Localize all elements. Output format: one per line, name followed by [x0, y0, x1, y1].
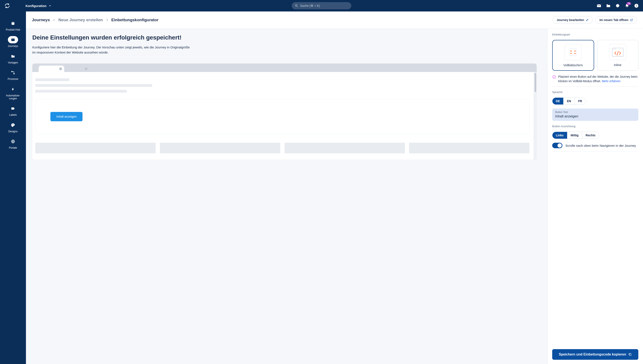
sidebar-item-label: Journeys — [8, 44, 18, 48]
inline-icon-box — [609, 44, 626, 60]
page-header: Journeys Neue Journey erstellen Einbettu… — [26, 12, 643, 29]
folder-button[interactable] — [606, 4, 611, 8]
pencil-icon — [586, 18, 589, 22]
inline-code-icon — [611, 47, 624, 57]
button-text-field[interactable]: Button Text Inhalt anzeigen — [552, 108, 638, 121]
svg-rect-15 — [570, 49, 577, 56]
svg-rect-8 — [12, 39, 15, 39]
skeleton-block — [160, 143, 280, 153]
sidebar-item-portale[interactable]: Portale — [0, 137, 26, 150]
skeleton-line — [35, 90, 127, 92]
embed-type-label-fullscreen: Vollbildschirm — [563, 63, 583, 67]
tab-close-icon — [59, 67, 62, 70]
sidebar-item-produkt-hub[interactable]: Produkt-Hub — [0, 19, 26, 32]
scroll-toggle-row: Scrolle nach oben beim Navigieren in der… — [552, 143, 638, 152]
fullscreen-icon-box — [565, 44, 581, 60]
palette-icon — [11, 123, 15, 127]
logo[interactable] — [4, 3, 26, 9]
svg-rect-6 — [12, 22, 14, 23]
settings-button[interactable] — [615, 4, 620, 8]
folder-icon — [11, 54, 15, 58]
sidebar-item-designs[interactable]: Designs — [0, 121, 26, 134]
svg-rect-9 — [12, 71, 13, 72]
topbar-actions: 74 — [597, 4, 639, 8]
sidebar-item-label: Labels — [9, 114, 17, 116]
skeleton-block — [285, 143, 405, 153]
notification-badge: 74 — [627, 2, 631, 5]
main: Journeys Neue Journey erstellen Einbettu… — [26, 0, 643, 364]
lang-fr[interactable]: FR — [575, 98, 586, 104]
svg-point-13 — [14, 124, 14, 125]
open-new-tab-button[interactable]: Im neuen Tab öffnen — [595, 16, 637, 24]
search-placeholder: Suche (⌘ + K) — [300, 4, 320, 8]
edit-journey-label: Journey bearbeiten — [557, 18, 584, 22]
layout-icon — [11, 38, 15, 42]
config-label: Konfiguration — [26, 4, 46, 8]
breadcrumb: Journeys Neue Journey erstellen Einbettu… — [32, 18, 158, 22]
sidebar-item-automatisierungen[interactable]: Automatisie­rungen — [0, 85, 26, 101]
svg-point-4 — [636, 4, 637, 5]
chevron-down-icon — [49, 4, 52, 7]
lang-de[interactable]: DE — [552, 98, 563, 104]
config-dropdown[interactable]: Konfiguration — [26, 4, 52, 8]
info-icon — [634, 4, 639, 8]
align-right[interactable]: Rechts — [582, 132, 599, 139]
search-icon — [295, 4, 298, 8]
skeleton-line — [35, 84, 152, 87]
sidebar-item-journeys[interactable]: Journeys — [0, 35, 26, 48]
info-row: Platziert einen Button auf der Website, … — [552, 74, 638, 87]
sidebar: Produkt-Hub Journeys Vorlagen Prozesse A… — [0, 0, 26, 364]
sidebar-item-label: Designs — [8, 130, 18, 133]
embed-type-options: Vollbildschirm Inline — [552, 40, 638, 71]
sidebar-item-prozesse[interactable]: Prozesse — [0, 68, 26, 81]
scroll-toggle-label: Scrolle nach oben beim Navigieren in der… — [565, 143, 636, 148]
open-new-tab-label: Im neuen Tab öffnen — [599, 18, 628, 22]
svg-point-18 — [614, 49, 615, 50]
button-text-label: Button Text — [555, 111, 635, 114]
config-panel: Einbettungsart Vollbildschirm — [547, 29, 643, 364]
mock-scrollbar[interactable] — [534, 72, 537, 160]
tag-icon — [11, 106, 15, 111]
embed-type-fullscreen[interactable]: Vollbildschirm — [552, 40, 594, 71]
svg-rect-3 — [636, 5, 637, 6]
gear-icon — [615, 4, 620, 8]
scroll-toggle[interactable] — [552, 143, 562, 148]
embed-type-label: Einbettungsart — [552, 33, 638, 36]
lang-en[interactable]: EN — [563, 98, 574, 104]
svg-point-12 — [13, 124, 13, 124]
mail-button[interactable] — [597, 4, 601, 8]
sidebar-item-label: Produkt-Hub — [6, 28, 20, 31]
breadcrumb-journeys[interactable]: Journeys — [32, 18, 50, 22]
svg-rect-16 — [612, 48, 623, 56]
sidebar-item-labels[interactable]: Labels — [0, 104, 26, 117]
preview-column: Deine Einstellungen wurden erfolgreich g… — [26, 29, 547, 364]
svg-point-0 — [295, 5, 297, 6]
edit-journey-button[interactable]: Journey bearbeiten — [553, 16, 593, 24]
notifications-button[interactable]: 74 — [625, 4, 629, 8]
chevron-right-icon — [105, 18, 109, 22]
mock-tab-inactive — [64, 66, 90, 72]
mock-tab-active — [39, 66, 64, 72]
sidebar-item-vorlagen[interactable]: Vorlagen — [0, 52, 26, 65]
svg-rect-21 — [629, 354, 631, 356]
align-left[interactable]: Links — [552, 132, 567, 139]
info-text: Platziert einen Button auf der Website, … — [558, 75, 637, 83]
help-button[interactable] — [634, 4, 639, 8]
embed-type-inline[interactable]: Inline — [597, 40, 638, 71]
breadcrumb-create[interactable]: Neue Journey erstellen — [58, 18, 103, 22]
save-copy-label: Speichern und Einbettungscode kopieren — [559, 352, 626, 356]
browser-preview: Inhalt anzeigen — [32, 64, 537, 160]
save-copy-button[interactable]: Speichern und Einbettungscode kopieren — [552, 349, 638, 360]
embed-preview-card: Inhalt anzeigen — [35, 99, 529, 134]
learn-more-link[interactable]: Mehr erfahren — [602, 80, 620, 83]
preview-launch-button[interactable]: Inhalt anzeigen — [50, 112, 83, 121]
mock-tabs — [32, 64, 537, 72]
copy-icon — [628, 353, 632, 356]
package-icon — [11, 21, 15, 26]
workflow-icon — [11, 70, 15, 75]
bolt-icon — [11, 87, 15, 91]
embed-type-label-inline: Inline — [614, 63, 621, 67]
sidebar-item-label: Vorlagen — [8, 61, 18, 64]
search-input[interactable]: Suche (⌘ + K) — [292, 2, 351, 9]
align-center[interactable]: Mittig — [567, 132, 582, 139]
